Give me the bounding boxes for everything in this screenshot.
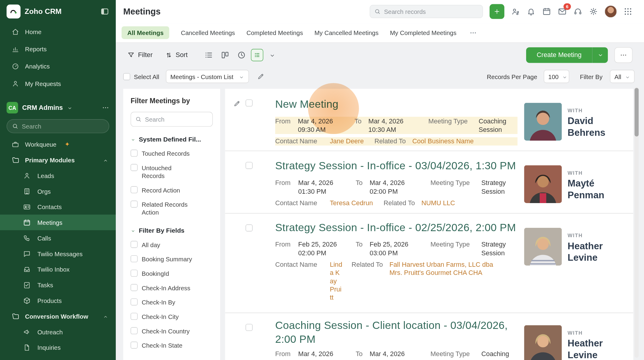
checkbox[interactable] (131, 150, 137, 157)
filter-by-dropdown[interactable]: All (610, 70, 635, 83)
mail-icon[interactable]: 6 (558, 7, 567, 16)
filter-option-check-in-country[interactable]: Check-In Country (131, 327, 213, 335)
row-checkbox[interactable] (246, 162, 253, 169)
checkbox[interactable] (131, 298, 137, 305)
create-meeting-dropdown[interactable] (592, 47, 608, 63)
filter-option-check-in-state[interactable]: Check-In State (131, 342, 213, 349)
sidebar-search-input[interactable] (22, 123, 104, 130)
team-selector[interactable]: CA CRM Admins (0, 99, 116, 117)
sidebar-item-inquiries[interactable]: Inquiries (0, 339, 116, 355)
checkbox[interactable] (131, 255, 137, 262)
checkbox[interactable] (131, 327, 137, 334)
zia-icon[interactable] (511, 7, 520, 16)
support-icon[interactable] (573, 7, 582, 16)
sidebar-item-calls[interactable]: Calls (0, 230, 116, 246)
meeting-row[interactable]: New Meeting From Mar 4, 202609:30 AM To … (225, 89, 633, 151)
records-per-page-dropdown[interactable]: 100 (544, 70, 569, 83)
meeting-row[interactable]: Strategy Session - In-office - 03/04/202… (225, 151, 633, 214)
tab-completed-meetings[interactable]: Completed Meetings (246, 29, 303, 36)
row-checkbox[interactable] (246, 225, 253, 231)
tab-my-completed-meetings[interactable]: My Completed Meetings (390, 29, 456, 36)
checkbox[interactable] (131, 284, 137, 291)
contact-link[interactable]: Jane Deere (330, 137, 364, 145)
row-checkbox[interactable] (246, 324, 253, 331)
timeline-view-icon[interactable] (237, 51, 246, 60)
filter-section-fields[interactable]: Filter By Fields (131, 227, 213, 234)
related-to-link[interactable]: Cool Business Name (412, 137, 474, 145)
sidebar-item-reports[interactable]: Reports (0, 40, 116, 57)
meeting-title-link[interactable]: Coaching Session - Client location - 03/… (275, 318, 522, 346)
select-all-checkbox[interactable] (123, 73, 130, 80)
team-options-icon[interactable] (102, 104, 109, 112)
contact-link[interactable]: Linda Kay Pruitt (330, 261, 343, 302)
contact-link[interactable]: Teresa Cedrun (330, 199, 373, 207)
sidebar-item-workqueue[interactable]: Workqueue ✦ (0, 136, 116, 152)
sidebar-item-meetings[interactable]: Meetings (0, 215, 116, 230)
tab-my-cancelled-meetings[interactable]: My Cancelled Meetings (314, 29, 378, 36)
view-options-chevron-icon[interactable] (269, 51, 276, 59)
tab-all-meetings[interactable]: All Meetings (122, 26, 169, 39)
checkbox[interactable] (131, 241, 137, 248)
scrollbar-thumb[interactable] (635, 88, 639, 137)
sort-button[interactable]: Sort (165, 51, 188, 59)
checkbox[interactable] (131, 342, 137, 349)
sidebar-item-outreach[interactable]: Outreach (0, 324, 116, 339)
global-search-input[interactable] (384, 8, 478, 15)
related-to-link[interactable]: Fall Harvest Urban Farms, LLC dba Mrs. P… (390, 261, 505, 277)
filter-option-record-action[interactable]: Record Action (131, 186, 213, 194)
filter-button[interactable]: Filter (127, 51, 153, 59)
sidebar-item-analytics[interactable]: Analytics (0, 58, 116, 75)
filter-option-check-in-address[interactable]: Check-In Address (131, 284, 213, 292)
view-selector-dropdown[interactable]: Meetings - Custom List (166, 70, 249, 83)
sidebar-section-primary-modules[interactable]: Primary Modules (0, 152, 116, 168)
filter-section-system-defined[interactable]: System Defined Fil... (131, 136, 213, 143)
more-actions-button[interactable] (614, 47, 633, 63)
checkbox[interactable] (131, 313, 137, 320)
row-checkbox[interactable] (246, 100, 253, 107)
more-tabs-icon[interactable] (469, 29, 477, 37)
quick-create-button[interactable] (490, 4, 504, 19)
filter-option-check-in-by[interactable]: Check-In By (131, 298, 213, 306)
apps-grid-icon[interactable] (623, 7, 633, 16)
filter-option-booking-summary[interactable]: Booking Summary (131, 255, 213, 263)
sidebar-item-contacts[interactable]: Contacts (0, 199, 116, 215)
notifications-bell-icon[interactable] (526, 7, 535, 16)
filter-option-all-day[interactable]: All day (131, 241, 213, 249)
collapse-sidebar-icon[interactable] (100, 7, 109, 16)
filter-option-untouched-records[interactable]: Untouched Records (131, 164, 213, 180)
sidebar-item-tasks[interactable]: Tasks (0, 277, 116, 293)
sidebar-item-twilio-inbox[interactable]: Twilio Inbox (0, 261, 116, 277)
checkbox[interactable] (131, 201, 137, 208)
user-avatar[interactable] (605, 5, 617, 18)
sidebar-item-partial[interactable] (0, 355, 116, 360)
sidebar-item-leads[interactable]: Leads (0, 168, 116, 183)
tab-cancelled-meetings[interactable]: Cancelled Meetings (181, 29, 235, 36)
create-meeting-button[interactable]: Create Meeting (526, 47, 592, 63)
checkbox[interactable] (131, 164, 137, 171)
sidebar-section-conversion-workflow[interactable]: Conversion Workflow (0, 308, 116, 324)
sidebar-item-twilio-messages[interactable]: Twilio Messages (0, 246, 116, 262)
list-view-icon[interactable] (204, 51, 213, 60)
scrollbar-track[interactable] (635, 87, 639, 358)
sidebar-item-home[interactable]: Home (0, 23, 116, 40)
sidebar-item-my-requests[interactable]: My Requests (0, 75, 116, 92)
checkbox[interactable] (131, 186, 137, 193)
meeting-row[interactable]: Strategy Session - In-office - 02/25/202… (225, 214, 633, 313)
meeting-row[interactable]: Coaching Session - Client location - 03/… (225, 313, 633, 360)
table-view-icon[interactable] (251, 49, 263, 61)
settings-gear-icon[interactable] (589, 7, 598, 16)
sidebar-item-products[interactable]: Products (0, 293, 116, 308)
checkbox[interactable] (131, 270, 137, 277)
filter-search-input[interactable] (145, 116, 208, 123)
edit-meeting-icon[interactable] (233, 100, 241, 107)
filter-option-check-in-city[interactable]: Check-In City (131, 313, 213, 321)
related-to-link[interactable]: NUMU LLC (421, 199, 455, 207)
kanban-view-icon[interactable] (220, 51, 229, 60)
calendar-icon[interactable] (542, 7, 551, 16)
edit-view-icon[interactable] (257, 73, 264, 81)
sidebar-item-orgs[interactable]: Orgs (0, 183, 116, 199)
tasks-icon (23, 281, 31, 289)
filter-option-touched-records[interactable]: Touched Records (131, 150, 213, 158)
filter-option-bookingid[interactable]: BookingId (131, 270, 213, 278)
filter-option-related-records-action[interactable]: Related Records Action (131, 201, 213, 216)
